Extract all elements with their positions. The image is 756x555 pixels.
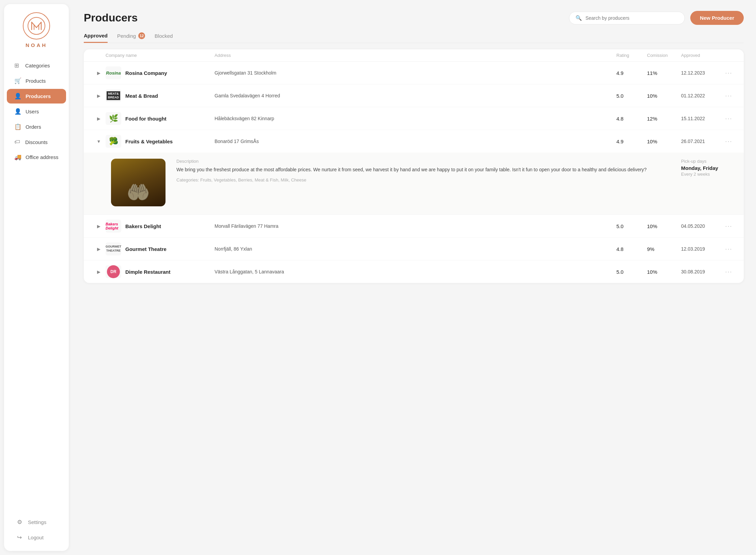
logo-circle [23,12,50,39]
main-content: Producers 🔍 New Producer Approved Pendin… [73,0,756,555]
producer-name: Bakers Delight [125,223,161,229]
producer-name: Dimple Restaurant [125,269,171,275]
producer-row-main[interactable]: ▼ 🥦 Fruits & Vegetables Bonaröd 17 Grims… [84,130,744,153]
producer-commission: 10% [647,269,681,275]
svg-rect-0 [28,17,45,34]
col-address: Address [215,53,616,58]
col-rating: Rating [616,53,647,58]
producer-approved-date: 04.05.2020 [681,223,722,229]
description-text: We bring you the freshest produce at the… [176,166,670,173]
brand-name: NOAH [26,42,47,48]
tabs-row: Approved Pending 12 Blocked [84,32,744,43]
col-approved: Approved [681,53,722,58]
producer-name-cell: DR Dimple Restaurant [106,265,215,278]
more-options-button[interactable]: ··· [722,245,736,253]
col-commission: Comission [647,53,681,58]
more-options-button[interactable]: ··· [722,69,736,77]
producer-row-main[interactable]: ▶ GOURMETTHEATRE Gourmet Theatre Norrfjä… [84,238,744,260]
producer-address: Bonaröd 17 GrimsÅs [215,139,616,144]
expand-button[interactable]: ▶ [92,269,106,275]
nav-list: ⊞ Categories 🛒 Products 👤 Producers 👤 Us… [4,58,69,514]
producer-name-cell: 🌿 Food for thought [106,112,215,125]
sidebar-item-orders[interactable]: 📋 Orders [7,120,66,134]
expand-button[interactable]: ▶ [92,223,106,229]
producer-address: Gjorwellsgatan 31 Stockholm [215,70,616,76]
producer-rating: 4.9 [616,139,647,144]
producer-approved-date: 15.11.2022 [681,116,722,121]
producer-commission: 10% [647,223,681,229]
office-icon: 🚚 [14,154,21,161]
producer-row-main[interactable]: ▶ 🌿 Food for thought Hålebäcksvägen 82 K… [84,107,744,130]
producer-logo: DR [106,265,121,278]
producer-logo: 🥦 [106,135,121,148]
search-bar: 🔍 [569,12,685,25]
logout-icon: ↪ [17,534,24,541]
tab-pending[interactable]: Pending 12 [117,32,145,43]
producer-rating: 5.0 [616,93,647,99]
sidebar-item-settings[interactable]: ⚙ Settings [10,515,63,529]
producer-address: Västra Långgatan, 5 Lannavaara [215,269,616,274]
producer-name-cell: Rosina Rosina Company [106,66,215,79]
producer-approved-date: 30.08.2019 [681,269,722,274]
producer-name-cell: GOURMETTHEATRE Gourmet Theatre [106,242,215,255]
new-producer-button[interactable]: New Producer [690,11,744,25]
search-icon: 🔍 [576,15,582,21]
sidebar-item-users[interactable]: 👤 Users [7,104,66,119]
producer-commission: 10% [647,93,681,99]
more-options-button[interactable]: ··· [722,223,736,230]
more-options-button[interactable]: ··· [722,138,736,145]
sidebar-item-producers[interactable]: 👤 Producers [7,89,66,104]
producer-name: Gourmet Theatre [125,246,167,252]
tab-approved[interactable]: Approved [84,33,108,43]
producer-row-main[interactable]: ▶ DR Dimple Restaurant Västra Långgatan,… [84,260,744,283]
producer-address: Hålebäcksvägen 82 Kinnarp [215,116,616,121]
expanded-meta: Pick-up days Monday, Friday Every 2 week… [681,159,736,206]
table-row: ▶ DR Dimple Restaurant Västra Långgatan,… [84,260,744,283]
pickup-days: Monday, Friday [681,165,736,171]
producer-name-cell: 🥦 Fruits & Vegetables [106,135,215,148]
sidebar-item-logout[interactable]: ↪ Logout [10,530,63,545]
expand-button[interactable]: ▶ [92,93,106,99]
tab-blocked[interactable]: Blocked [155,33,173,42]
producer-name: Food for thought [125,116,167,122]
discounts-icon: 🏷 [14,139,21,145]
producer-approved-date: 12.12.2023 [681,70,722,76]
search-input[interactable] [585,15,678,21]
table-row: ▼ 🥦 Fruits & Vegetables Bonaröd 17 Grims… [84,130,744,215]
table-row: ▶ Bakers Delight Bakers Delight Morvall … [84,215,744,238]
sidebar-item-products[interactable]: 🛒 Products [7,74,66,88]
more-options-button[interactable]: ··· [722,268,736,275]
producer-address: Norrfjäll, 86 Yxlan [215,246,616,252]
sidebar-item-discounts[interactable]: 🏷 Discounts [7,135,66,149]
col-company-name: Company name [106,53,215,58]
producer-name-cell: MEAT&BREAD Meat & Bread [106,89,215,102]
producer-rating: 5.0 [616,269,647,275]
sidebar-label-users: Users [26,109,39,114]
expand-button[interactable]: ▶ [92,246,106,252]
producer-row-main[interactable]: ▶ Bakers Delight Bakers Delight Morvall … [84,215,744,237]
producer-row-main[interactable]: ▶ Rosina Rosina Company Gjorwellsgatan 3… [84,62,744,84]
users-icon: 👤 [14,108,21,115]
page-title: Producers [84,12,138,24]
producer-commission: 12% [647,116,681,122]
expanded-content: Description We bring you the freshest pr… [176,159,670,206]
producer-expanded-panel: Description We bring you the freshest pr… [84,153,744,215]
expand-button[interactable]: ▶ [92,70,106,76]
producer-address: Morvall Färilavägen 77 Hamra [215,223,616,229]
producer-logo: GOURMETTHEATRE [106,242,121,255]
expand-button[interactable]: ▶ [92,115,106,122]
producer-approved-date: 01.12.2022 [681,93,722,98]
more-options-button[interactable]: ··· [722,92,736,99]
sidebar-item-office-address[interactable]: 🚚 Office address [7,150,66,164]
sidebar-item-categories[interactable]: ⊞ Categories [7,58,66,73]
expand-button[interactable]: ▼ [92,138,106,145]
producer-rating: 5.0 [616,223,647,229]
pickup-frequency: Every 2 weeks [681,172,736,177]
producer-approved-date: 12.03.2019 [681,246,722,252]
producer-rating: 4.9 [616,70,647,76]
producer-row-main[interactable]: ▶ MEAT&BREAD Meat & Bread Gamla Svedalav… [84,84,744,107]
producer-logo: 🌿 [106,112,121,125]
producer-rating: 4.8 [616,246,647,252]
more-options-button[interactable]: ··· [722,115,736,122]
sidebar-label-discounts: Discounts [25,139,48,145]
